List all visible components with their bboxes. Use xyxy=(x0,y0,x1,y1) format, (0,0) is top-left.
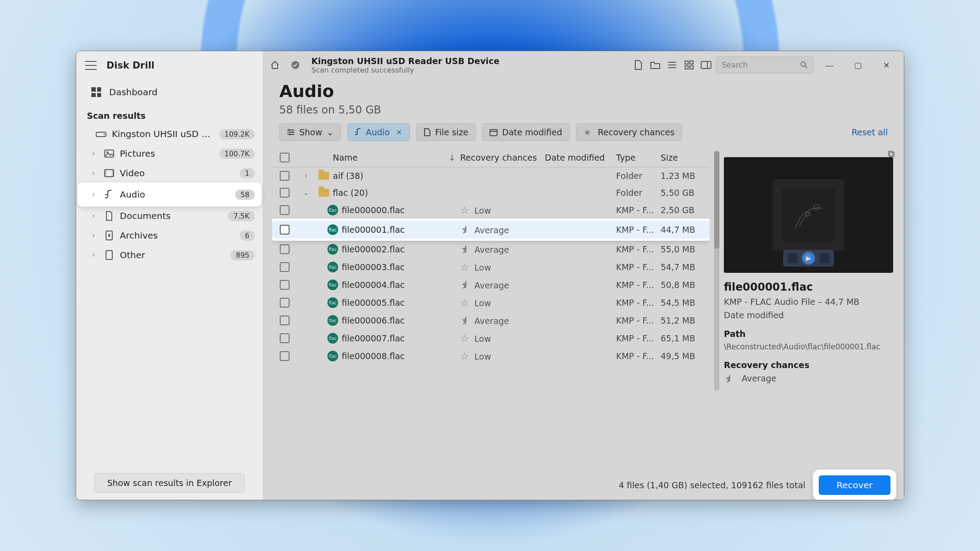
table-row[interactable]: flac file000007.flac ☆Low KMP - F... 65,… xyxy=(272,329,710,347)
file-name: file000008.flac xyxy=(342,351,405,361)
row-checkbox[interactable] xyxy=(280,188,290,198)
row-checkbox[interactable] xyxy=(280,262,290,272)
svg-point-27 xyxy=(289,134,291,135)
menu-icon[interactable] xyxy=(85,61,97,70)
sidebar-item-label: Other xyxy=(120,250,225,260)
row-checkbox[interactable] xyxy=(280,171,290,181)
remove-filter-icon[interactable]: ✕ xyxy=(396,128,402,137)
flac-icon: flac xyxy=(324,351,342,361)
sidebar-drive[interactable]: Kingston UHSII uSD R... 109.2K xyxy=(76,124,263,144)
sidebar-item-other[interactable]: › Other 895 xyxy=(76,245,263,265)
close-button[interactable]: ✕ xyxy=(874,56,899,74)
sidebar-item-archives[interactable]: › Archives 6 xyxy=(76,226,263,245)
table-row[interactable]: flac file000001.flac ⯨Average KMP - F...… xyxy=(272,221,710,239)
expand-icon[interactable]: ⌄ xyxy=(297,189,315,197)
file-name: file000005.flac xyxy=(342,298,405,308)
folder-icon[interactable] xyxy=(648,58,662,72)
recovery-chance: Low xyxy=(474,206,491,215)
grid-view-icon[interactable] xyxy=(682,58,696,72)
file-size-filter[interactable]: File size xyxy=(416,123,476,141)
table-row[interactable]: flac file000002.flac ⯨Average KMP - F...… xyxy=(272,240,710,258)
file-size: 65,1 MB xyxy=(661,333,695,343)
table-row[interactable]: flac file000008.flac ☆Low KMP - F... 49,… xyxy=(272,347,710,365)
sidebar-item-dashboard[interactable]: Dashboard xyxy=(76,80,263,105)
sidebar-item-pictures[interactable]: › Pictures 100.7K xyxy=(76,144,263,163)
sidebar-item-audio[interactable]: › Audio 58 xyxy=(80,185,259,204)
page-subtitle: 58 files on 5,50 GB xyxy=(279,104,888,116)
star-icon: ★ xyxy=(584,127,593,137)
list-view-icon[interactable] xyxy=(665,58,679,72)
recovery-chance: Average xyxy=(474,225,509,235)
recovery-chance: Average xyxy=(474,245,509,255)
show-in-explorer-button[interactable]: Show scan results in Explorer xyxy=(94,473,245,493)
col-size[interactable]: Size xyxy=(661,153,710,162)
player-controls[interactable]: ▶ xyxy=(783,250,834,267)
prev-icon[interactable] xyxy=(788,253,797,263)
sidebar-item-count: 895 xyxy=(230,250,255,260)
audio-filter[interactable]: Audio ✕ xyxy=(347,123,409,141)
recovery-chance: Low xyxy=(474,298,491,308)
row-checkbox[interactable] xyxy=(280,316,290,325)
next-icon[interactable] xyxy=(820,253,829,263)
recovery-chances-filter[interactable]: ★ Recovery chances xyxy=(576,123,682,141)
titlebar: Kingston UHSII uSD Reader USB Device Sca… xyxy=(263,51,904,79)
row-checkbox[interactable] xyxy=(280,205,290,215)
row-checkbox[interactable] xyxy=(280,351,290,361)
file-size: 54,7 MB xyxy=(661,262,695,272)
show-filter[interactable]: Show ⌄ xyxy=(279,123,341,141)
recover-button[interactable]: Recover xyxy=(819,475,890,495)
chip-label: File size xyxy=(435,127,469,137)
chip-label: Date modified xyxy=(502,127,562,137)
file-type: KMP - F... xyxy=(616,351,654,361)
file-size: 1,23 MB xyxy=(661,171,695,181)
star-icon: ☆ xyxy=(460,297,470,307)
star-icon: ⯨ xyxy=(460,315,470,325)
panel-toggle-icon[interactable] xyxy=(699,58,713,72)
sidebar-item-documents[interactable]: › Documents 7.5K xyxy=(76,206,263,226)
table-row[interactable]: flac file000006.flac ⯨Average KMP - F...… xyxy=(272,312,710,329)
maximize-button[interactable]: ▢ xyxy=(845,56,871,74)
col-date[interactable]: Date modified xyxy=(545,153,616,162)
svg-rect-28 xyxy=(490,130,497,136)
file-name: file000003.flac xyxy=(342,262,405,272)
dashboard-icon xyxy=(91,87,101,97)
search-input[interactable]: Search xyxy=(716,57,814,73)
svg-rect-6 xyxy=(112,170,114,177)
table-row[interactable]: flac file000000.flac ☆Low KMP - F... 2,5… xyxy=(272,201,710,219)
row-checkbox[interactable] xyxy=(280,280,290,290)
col-type[interactable]: Type xyxy=(616,153,661,162)
table-row[interactable]: flac file000004.flac ⯨Average KMP - F...… xyxy=(272,276,710,294)
check-badge-icon[interactable] xyxy=(288,58,302,72)
home-icon[interactable] xyxy=(268,58,282,72)
scrollbar-thumb[interactable] xyxy=(714,151,719,249)
recovery-chance: Low xyxy=(474,263,491,272)
row-checkbox[interactable] xyxy=(280,298,290,308)
star-icon: ☆ xyxy=(460,351,470,361)
expand-icon[interactable]: › xyxy=(297,172,315,180)
chip-label: Audio xyxy=(366,127,390,137)
chevron-right-icon: › xyxy=(92,190,98,199)
col-recovery[interactable]: Recovery chances xyxy=(460,153,545,162)
row-checkbox[interactable] xyxy=(280,333,290,343)
row-checkbox[interactable] xyxy=(280,225,290,235)
sort-desc-icon[interactable]: ↓ xyxy=(449,153,456,162)
table-row[interactable]: › aif (38) Folder 1,23 MB xyxy=(272,167,710,184)
row-checkbox[interactable] xyxy=(280,244,290,254)
sidebar-item-count: 58 xyxy=(235,190,255,200)
scrollbar[interactable] xyxy=(714,151,719,391)
file-name: file000002.flac xyxy=(342,244,405,254)
sidebar-item-video[interactable]: › Video 1 xyxy=(76,163,263,183)
table-row[interactable]: flac file000005.flac ☆Low KMP - F... 54,… xyxy=(272,294,710,312)
table-row[interactable]: flac file000003.flac ☆Low KMP - F... 54,… xyxy=(272,258,710,276)
play-icon[interactable]: ▶ xyxy=(802,251,815,265)
svg-point-1 xyxy=(104,134,105,135)
reset-all-button[interactable]: Reset all xyxy=(852,127,888,137)
minimize-button[interactable]: ― xyxy=(817,56,842,74)
col-name[interactable]: Name xyxy=(333,153,358,162)
file-type: Folder xyxy=(616,188,642,198)
file-size: 5,50 GB xyxy=(661,188,694,198)
file-icon[interactable] xyxy=(631,58,645,72)
date-modified-filter[interactable]: Date modified xyxy=(482,123,570,141)
table-row[interactable]: ⌄ flac (20) Folder 5,50 GB xyxy=(272,184,710,201)
select-all-checkbox[interactable] xyxy=(280,153,290,162)
